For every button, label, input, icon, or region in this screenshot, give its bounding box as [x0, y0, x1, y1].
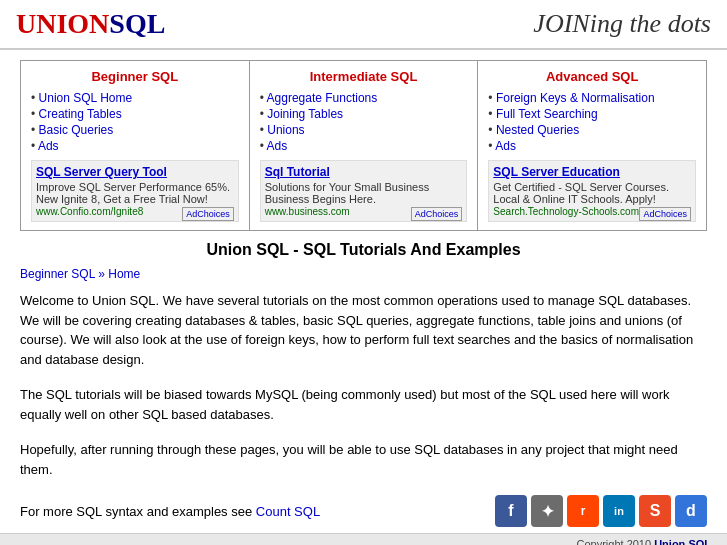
header: UNIONSQL JOINing the dots	[0, 0, 727, 50]
linkedin-icon[interactable]: in	[603, 495, 635, 527]
delicious-icon[interactable]: d	[675, 495, 707, 527]
nav-area: Beginner SQL Union SQL Home Creating Tab…	[20, 60, 707, 231]
list-item: Nested Queries	[488, 122, 696, 138]
beginner-title: Beginner SQL	[31, 69, 239, 84]
breadcrumb-link[interactable]: Beginner SQL » Home	[20, 267, 140, 281]
list-item: Ads	[488, 138, 696, 154]
tagline: JOINing the dots	[533, 9, 711, 39]
advanced-link-4[interactable]: Ads	[495, 139, 516, 153]
intermediate-link-1[interactable]: Aggregate Functions	[267, 91, 378, 105]
logo-union: UNION	[16, 8, 109, 39]
count-sql-link[interactable]: Count SQL	[256, 504, 320, 519]
beginner-link-4[interactable]: Ads	[38, 139, 59, 153]
reddit-icon[interactable]: r	[567, 495, 599, 527]
logo-sql: SQL	[109, 8, 165, 39]
advanced-link-3[interactable]: Nested Queries	[496, 123, 579, 137]
copyright-link[interactable]: Union SQL	[654, 538, 711, 545]
intermediate-link-2[interactable]: Joining Tables	[267, 107, 343, 121]
beginner-link-3[interactable]: Basic Queries	[39, 123, 114, 137]
social-icons: f ✦ r in S d	[495, 495, 707, 527]
list-item: Ads	[260, 138, 468, 154]
adchoices-icon[interactable]: AdChoices	[182, 207, 234, 221]
beginner-link-2[interactable]: Creating Tables	[39, 107, 122, 121]
footer-area: For more SQL syntax and examples see Cou…	[20, 495, 707, 533]
beginner-ad-title[interactable]: SQL Server Query Tool	[36, 165, 234, 179]
beginner-link-1[interactable]: Union SQL Home	[39, 91, 133, 105]
advanced-nav-box: Advanced SQL Foreign Keys & Normalisatio…	[478, 61, 706, 230]
list-item: Aggregate Functions	[260, 90, 468, 106]
main-content: Union SQL - SQL Tutorials And Examples B…	[20, 241, 707, 479]
advanced-ad-text: Get Certified - SQL Server Courses. Loca…	[493, 181, 691, 205]
copyright: Copyright 2010 Union SQL	[0, 533, 727, 545]
list-item: Full Text Searching	[488, 106, 696, 122]
breadcrumb: Beginner SQL » Home	[20, 267, 707, 281]
facebook-icon[interactable]: f	[495, 495, 527, 527]
intermediate-link-3[interactable]: Unions	[267, 123, 304, 137]
advanced-ad-title[interactable]: SQL Server Education	[493, 165, 691, 179]
stumbleupon-icon[interactable]: S	[639, 495, 671, 527]
list-item: Foreign Keys & Normalisation	[488, 90, 696, 106]
advanced-title: Advanced SQL	[488, 69, 696, 84]
advanced-link-2[interactable]: Full Text Searching	[496, 107, 598, 121]
advanced-list: Foreign Keys & Normalisation Full Text S…	[488, 90, 696, 154]
paragraph-2: The SQL tutorials will be biased towards…	[20, 385, 707, 424]
beginner-list: Union SQL Home Creating Tables Basic Que…	[31, 90, 239, 154]
footer-text: For more SQL syntax and examples see Cou…	[20, 504, 320, 519]
page-title: Union SQL - SQL Tutorials And Examples	[20, 241, 707, 259]
intermediate-link-4[interactable]: Ads	[267, 139, 288, 153]
intermediate-list: Aggregate Functions Joining Tables Union…	[260, 90, 468, 154]
intermediate-ad-title[interactable]: Sql Tutorial	[265, 165, 463, 179]
intermediate-ad-text: Solutions for Your Small Business Busine…	[265, 181, 463, 205]
logo: UNIONSQL	[16, 8, 165, 40]
list-item: Creating Tables	[31, 106, 239, 122]
beginner-ad-url: www.Confio.com/Ignite8 AdChoices	[36, 205, 234, 217]
beginner-nav-box: Beginner SQL Union SQL Home Creating Tab…	[21, 61, 250, 230]
list-item: Basic Queries	[31, 122, 239, 138]
intermediate-ad: Sql Tutorial Solutions for Your Small Bu…	[260, 160, 468, 222]
beginner-ad-text: Improve SQL Server Performance 65%. New …	[36, 181, 234, 205]
adchoices-icon[interactable]: AdChoices	[639, 207, 691, 221]
intermediate-nav-box: Intermediate SQL Aggregate Functions Joi…	[250, 61, 479, 230]
beginner-ad: SQL Server Query Tool Improve SQL Server…	[31, 160, 239, 222]
puzzle-icon[interactable]: ✦	[531, 495, 563, 527]
advanced-ad-footer: Search.Technology-Schools.com AdChoices	[493, 205, 691, 217]
list-item: Joining Tables	[260, 106, 468, 122]
paragraph-3: Hopefully, after running through these p…	[20, 440, 707, 479]
intermediate-ad-footer: www.business.com AdChoices	[265, 205, 463, 217]
intermediate-title: Intermediate SQL	[260, 69, 468, 84]
list-item: Union SQL Home	[31, 90, 239, 106]
list-item: Unions	[260, 122, 468, 138]
paragraph-1: Welcome to Union SQL. We have several tu…	[20, 291, 707, 369]
list-item: Ads	[31, 138, 239, 154]
adchoices-icon[interactable]: AdChoices	[411, 207, 463, 221]
advanced-link-1[interactable]: Foreign Keys & Normalisation	[496, 91, 655, 105]
advanced-ad: SQL Server Education Get Certified - SQL…	[488, 160, 696, 222]
